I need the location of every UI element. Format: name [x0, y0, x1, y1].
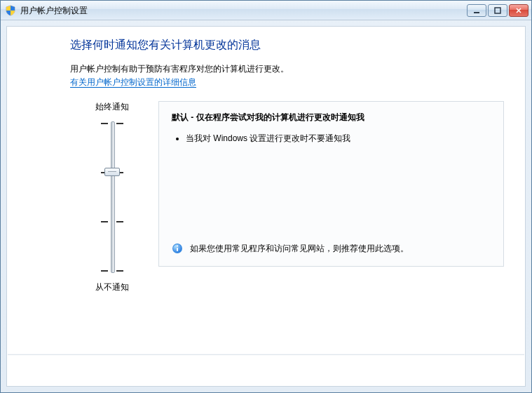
- window-buttons: [467, 4, 528, 17]
- client-area: 选择何时通知您有关计算机更改的消息 用户帐户控制有助于预防有害程序对您的计算机进…: [6, 26, 526, 387]
- slider-tick: [116, 270, 123, 272]
- minimize-button[interactable]: [467, 4, 486, 17]
- svg-rect-0: [474, 12, 479, 13]
- recommendation-text: 如果您使用常见程序和访问常见网站，则推荐使用此选项。: [190, 242, 409, 255]
- slider-tick: [116, 123, 123, 124]
- titlebar[interactable]: 用户帐户控制设置: [1, 1, 531, 20]
- slider-column: 始终通知 从不通知: [70, 101, 154, 293]
- close-button[interactable]: [509, 4, 528, 17]
- info-panel: 默认 - 仅在程序尝试对我的计算机进行更改时通知我 当我对 Windows 设置…: [158, 101, 504, 267]
- help-link[interactable]: 有关用户帐户控制设置的详细信息: [70, 77, 196, 88]
- info-panel-bullets: 当我对 Windows 设置进行更改时不要通知我: [186, 132, 491, 145]
- page-title: 选择何时通知您有关计算机更改的消息: [70, 38, 504, 53]
- slider-tick: [101, 270, 108, 272]
- uac-shield-icon: [5, 5, 16, 16]
- notification-slider[interactable]: [98, 119, 126, 276]
- slider-tick: [101, 123, 108, 124]
- page-description: 用户帐户控制有助于预防有害程序对您的计算机进行更改。: [70, 62, 504, 75]
- svg-rect-4: [177, 248, 178, 251]
- content: 选择何时通知您有关计算机更改的消息 用户帐户控制有助于预防有害程序对您的计算机进…: [7, 27, 525, 293]
- slider-bottom-label: 从不通知: [70, 281, 154, 293]
- slider-top-label: 始终通知: [70, 101, 154, 113]
- info-panel-title: 默认 - 仅在程序尝试对我的计算机进行更改时通知我: [172, 112, 491, 124]
- footer-separator: [8, 354, 524, 355]
- svg-rect-1: [495, 8, 500, 13]
- slider-tick: [116, 221, 123, 222]
- slider-track: [111, 121, 115, 273]
- info-icon: [172, 243, 183, 254]
- svg-point-5: [177, 245, 178, 246]
- uac-settings-window: 用户帐户控制设置 选择何时通知您有关计算机更改的消息 用户帐户控制有助于预防有害…: [0, 0, 532, 393]
- window-title: 用户帐户控制设置: [20, 1, 467, 20]
- slider-thumb[interactable]: [104, 168, 120, 176]
- maximize-button[interactable]: [488, 4, 507, 17]
- info-panel-bullet: 当我对 Windows 设置进行更改时不要通知我: [186, 132, 491, 145]
- body-row: 始终通知 从不通知: [70, 101, 504, 293]
- slider-tick: [101, 221, 108, 222]
- recommendation: 如果您使用常见程序和访问常见网站，则推荐使用此选项。: [172, 242, 491, 255]
